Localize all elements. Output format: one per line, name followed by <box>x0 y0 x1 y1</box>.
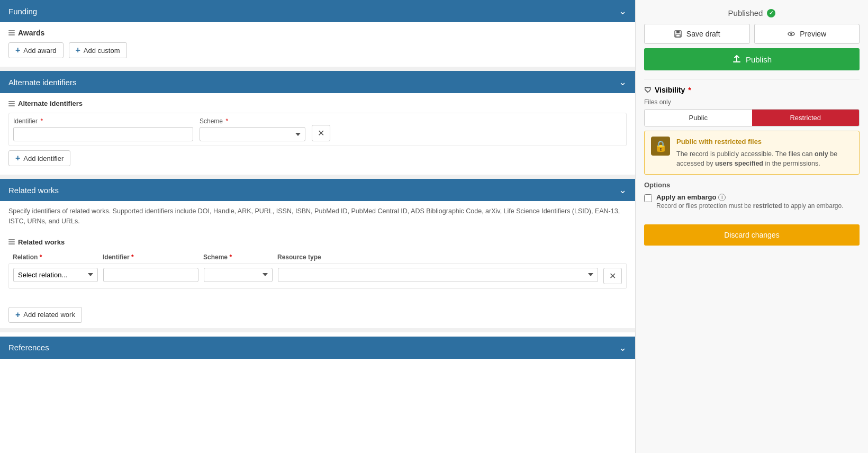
embargo-restricted-text: restricted <box>753 202 782 210</box>
alt-id-subsection-label: Alternate identifiers <box>18 99 83 107</box>
alternate-identifiers-subsection: Alternate identifiers <box>8 99 627 107</box>
publish-label: Publish <box>746 55 772 64</box>
add-custom-label: Add custom <box>84 47 120 55</box>
add-related-work-section: + Add related work <box>0 302 635 328</box>
funding-section-header[interactable]: Funding ⌄ <box>0 0 635 22</box>
publish-button[interactable]: Publish <box>644 48 860 70</box>
divider-1 <box>0 67 635 71</box>
embargo-info-icon[interactable]: i <box>718 194 726 201</box>
svg-point-4 <box>790 33 792 35</box>
related-works-subsection-label: Related works <box>18 238 65 246</box>
funding-chevron: ⌄ <box>619 5 627 17</box>
preview-label: Preview <box>800 30 826 38</box>
notice-users-specified: users specified <box>715 160 763 167</box>
scheme-label: Scheme * <box>200 117 305 125</box>
remove-related-work-button[interactable]: ✕ <box>603 268 622 284</box>
visibility-section: 🛡 Visibility * Files only Public Restric… <box>644 79 860 216</box>
restricted-notice-text: Public with restricted files The record … <box>676 137 853 169</box>
add-identifier-button[interactable]: + Add identifier <box>8 150 70 166</box>
add-award-label: Add award <box>23 47 56 55</box>
relation-select[interactable]: Select relation... <box>13 268 98 282</box>
related-identifier-input[interactable] <box>103 268 198 282</box>
related-works-description: Specify identifiers of related works. Su… <box>0 201 635 232</box>
right-panel: Published Save draft Preview Publish <box>635 0 868 453</box>
alternate-identifiers-content: Alternate identifiers Identifier * Schem… <box>0 93 635 175</box>
identifier-row: Identifier * Scheme * ✕ <box>8 113 627 146</box>
shield-icon: 🛡 <box>644 86 652 94</box>
embargo-row: Apply an embargo i Record or files prote… <box>644 193 860 210</box>
related-works-row: Select relation... ✕ <box>8 263 627 289</box>
options-section: Options Apply an embargo i Record or fil… <box>644 181 860 210</box>
embargo-desc: Record or files protection must be restr… <box>656 202 844 210</box>
embargo-checkbox[interactable] <box>644 194 652 202</box>
add-related-work-label: Add related work <box>23 311 75 319</box>
add-award-button[interactable]: + Add award <box>8 42 64 58</box>
alternate-identifiers-chevron: ⌄ <box>619 76 627 88</box>
published-dot-icon <box>767 9 775 17</box>
add-identifier-label: Add identifier <box>23 155 64 162</box>
restricted-notice-title: Public with restricted files <box>676 137 853 147</box>
save-draft-button[interactable]: Save draft <box>644 24 750 44</box>
discard-label: Discard changes <box>724 231 779 239</box>
related-works-content: Related works Relation * Identifier * Sc… <box>0 232 635 302</box>
identifier-group: Identifier * <box>13 117 193 141</box>
scheme-select[interactable] <box>200 127 305 141</box>
add-related-work-button[interactable]: + Add related work <box>8 307 82 323</box>
scheme-col-header: Scheme * <box>203 253 272 261</box>
references-title: References <box>8 343 49 352</box>
awards-title: Awards <box>8 29 627 37</box>
related-works-title: Related works <box>8 186 59 195</box>
identifier-required: * <box>40 117 43 125</box>
add-related-work-plus-icon: + <box>15 310 20 320</box>
publish-icon <box>732 55 742 64</box>
svg-rect-1 <box>676 31 680 33</box>
visibility-toggle: Public Restricted <box>644 109 860 126</box>
add-custom-button[interactable]: + Add custom <box>69 42 127 58</box>
embargo-label: Apply an embargo i <box>656 193 844 201</box>
remove-identifier-button[interactable]: ✕ <box>312 125 330 141</box>
visibility-required: * <box>688 86 691 94</box>
notice-line1: The record is publicly accessible. The f… <box>676 150 813 158</box>
scheme-required: * <box>225 117 228 125</box>
preview-button[interactable]: Preview <box>754 24 860 44</box>
resource-type-col-header: Resource type <box>277 253 622 261</box>
save-icon <box>674 30 682 38</box>
awards-label: Awards <box>18 29 44 37</box>
related-scheme-select[interactable] <box>204 268 273 282</box>
discard-changes-button[interactable]: Discard changes <box>644 224 860 246</box>
notice-only: only <box>815 150 828 158</box>
action-buttons: Save draft Preview <box>644 24 860 44</box>
identifier-label: Identifier * <box>13 117 193 125</box>
references-section-header[interactable]: References ⌄ <box>0 337 635 359</box>
rw-drag-handle <box>8 239 15 244</box>
visibility-title: 🛡 Visibility * <box>644 86 860 94</box>
alt-id-drag-handle <box>8 101 15 106</box>
resource-type-select[interactable] <box>278 268 598 282</box>
visibility-label: Visibility <box>655 86 685 94</box>
add-custom-plus-icon: + <box>76 46 80 55</box>
published-status: Published <box>644 8 860 17</box>
identifier-input[interactable] <box>13 127 193 141</box>
restricted-toggle-button[interactable]: Restricted <box>752 110 860 126</box>
relation-col-header: Relation * <box>13 253 97 261</box>
embargo-desc-text2: to apply an embargo. <box>784 202 844 210</box>
options-title: Options <box>644 181 860 189</box>
related-works-subsection: Related works <box>8 238 627 246</box>
references-chevron: ⌄ <box>619 342 627 354</box>
alternate-identifiers-title: Alternate identifiers <box>8 78 76 87</box>
embargo-desc-text1: Record or files protection must be <box>656 202 751 210</box>
awards-section: Awards + Add award + Add custom <box>0 22 635 67</box>
restricted-notice: 🔒 Public with restricted files The recor… <box>644 131 860 175</box>
embargo-label-text: Apply an embargo <box>656 193 716 201</box>
lock-icon: 🔒 <box>654 140 667 152</box>
restricted-label: Restricted <box>790 114 821 122</box>
alternate-identifiers-section-header[interactable]: Alternate identifiers ⌄ <box>0 71 635 93</box>
save-draft-label: Save draft <box>686 30 720 38</box>
files-only-label: Files only <box>644 98 860 106</box>
scheme-group: Scheme * <box>200 117 305 141</box>
divider-3 <box>0 328 635 332</box>
left-panel: Funding ⌄ Awards + Add award + Add custo… <box>0 0 635 453</box>
published-label: Published <box>728 8 763 17</box>
public-toggle-button[interactable]: Public <box>645 110 752 126</box>
related-works-section-header[interactable]: Related works ⌄ <box>0 179 635 201</box>
